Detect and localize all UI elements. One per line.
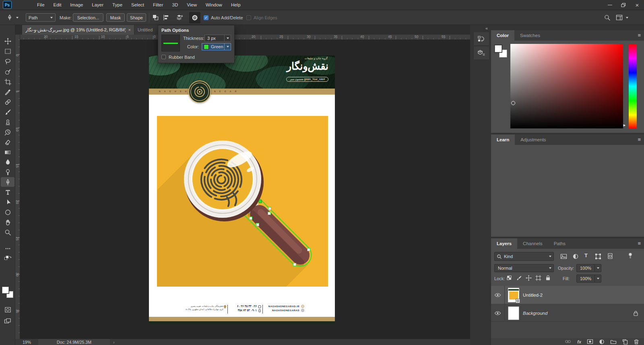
layer-filter-toggle[interactable] — [627, 252, 634, 260]
document-tab-close-icon[interactable]: × — [128, 27, 131, 32]
layer2-thumbnail[interactable] — [508, 307, 519, 320]
tool-mode-select[interactable]: Path — [26, 13, 56, 22]
menu-file[interactable]: File — [33, 0, 49, 10]
libraries-panel-button[interactable] — [474, 46, 489, 60]
layer-filter-select[interactable]: Kind — [494, 252, 554, 261]
link-layers-icon[interactable] — [565, 339, 572, 344]
dodge-tool[interactable] — [2, 167, 13, 177]
close-button[interactable]: × — [630, 0, 644, 10]
color-saturation-field[interactable] — [510, 44, 623, 128]
menu-view[interactable]: View — [182, 0, 201, 10]
tab-paths[interactable]: Paths — [548, 238, 571, 249]
menu-select[interactable]: Select — [127, 0, 149, 10]
foreground-color-swatch[interactable] — [2, 287, 9, 293]
path-selection-tool[interactable] — [2, 197, 13, 207]
opacity-field[interactable]: 100% — [576, 264, 601, 272]
quick-mask-icon[interactable] — [2, 305, 13, 314]
zoom-tool[interactable] — [2, 227, 13, 237]
menu-window[interactable]: Window — [201, 0, 227, 10]
crop-tool[interactable] — [2, 77, 13, 87]
make-mask-button[interactable]: Mask — [106, 13, 125, 22]
hand-tool[interactable] — [2, 217, 13, 227]
layer1-name[interactable]: Untitled-2 — [523, 293, 543, 297]
path-operations-icon[interactable] — [152, 14, 159, 21]
menu-3d[interactable]: 3D — [168, 0, 183, 10]
workspace-switcher-icon[interactable] — [616, 14, 624, 21]
new-group-icon[interactable] — [610, 339, 617, 344]
hue-slider-icon[interactable]: ► — [623, 123, 626, 127]
tab-adjustments[interactable]: Adjustments — [515, 134, 551, 145]
auto-add-delete-checkbox[interactable]: ✓ — [204, 15, 208, 20]
blend-mode-select[interactable]: Normal — [494, 264, 554, 272]
workspace-chevron-icon[interactable] — [626, 17, 628, 19]
rectangular-marquee-tool[interactable] — [2, 46, 13, 56]
make-selection-button[interactable]: Selection... — [73, 13, 103, 22]
path-alignment-icon[interactable] — [163, 14, 170, 21]
move-tool[interactable] — [2, 36, 13, 46]
color-select[interactable]: Green — [202, 43, 231, 50]
tab-learn[interactable]: Learn — [491, 134, 515, 145]
learn-panel-menu-icon[interactable]: ≡ — [638, 134, 641, 145]
tab-channels[interactable]: Channels — [517, 238, 548, 249]
menu-edit[interactable]: Edit — [49, 0, 66, 10]
tab-layers[interactable]: Layers — [491, 238, 517, 249]
tab-color[interactable]: Color — [491, 30, 514, 41]
make-shape-button[interactable]: Shape — [127, 13, 146, 22]
new-layer-icon[interactable] — [622, 339, 628, 345]
layers-panel-menu-icon[interactable]: ≡ — [638, 238, 641, 249]
lock-artboard-icon[interactable] — [535, 275, 541, 281]
document-poster[interactable]: گروه چاپ و تبلیغات نقش‌ونگار #green_Your… — [149, 56, 335, 324]
lock-all-icon[interactable] — [545, 275, 551, 281]
menu-layer[interactable]: Layer — [87, 0, 108, 10]
menu-filter[interactable]: Filter — [149, 0, 168, 10]
layer1-thumbnail[interactable] — [508, 288, 519, 302]
edit-toolbar-icon[interactable] — [2, 244, 13, 253]
gradient-tool[interactable] — [2, 147, 13, 157]
history-brush-tool[interactable] — [2, 127, 13, 137]
layer-row-background[interactable]: Background — [491, 305, 644, 322]
history-panel-button[interactable] — [474, 32, 489, 46]
collapse-dock-icon[interactable]: « — [485, 26, 488, 31]
tab-swatches[interactable]: Swatches — [514, 30, 546, 41]
menu-type[interactable]: Type — [108, 0, 127, 10]
brush-tool[interactable] — [2, 107, 13, 117]
quick-selection-tool[interactable] — [2, 67, 13, 76]
filter-smart-objects-icon[interactable] — [607, 253, 613, 260]
pen-tool[interactable] — [1, 177, 14, 187]
spot-healing-brush-tool[interactable] — [2, 97, 13, 107]
new-adjustment-layer-icon[interactable] — [599, 339, 605, 345]
color-panel-menu-icon[interactable]: ≡ — [638, 30, 641, 41]
search-icon[interactable] — [604, 14, 611, 21]
hue-strip[interactable] — [629, 44, 637, 128]
color-cursor[interactable] — [511, 101, 515, 105]
lock-position-icon[interactable] — [526, 275, 532, 281]
layer-style-fx-icon[interactable]: fx — [577, 339, 581, 344]
eyedropper-tool[interactable] — [2, 87, 13, 97]
pen-preset-icon[interactable] — [6, 14, 14, 21]
rubber-band-checkbox[interactable] — [161, 55, 166, 59]
status-chevron-icon[interactable]: › — [113, 340, 115, 345]
layer1-visibility-toggle[interactable] — [491, 286, 505, 304]
blur-tool[interactable] — [2, 157, 13, 167]
menu-help[interactable]: Help — [227, 0, 245, 10]
screen-mode-icon[interactable] — [2, 316, 13, 326]
clone-stamp-tool[interactable] — [2, 117, 13, 127]
thickness-select[interactable]: 3 px — [204, 35, 231, 42]
ellipse-tool[interactable] — [2, 207, 13, 217]
lasso-tool[interactable] — [2, 57, 13, 66]
layer-row-untitled2[interactable]: Untitled-2 — [491, 286, 644, 304]
eraser-tool[interactable] — [2, 137, 13, 147]
filter-pixel-layers-icon[interactable] — [560, 253, 567, 260]
default-swap-colors-icon[interactable] — [2, 253, 13, 262]
fill-field[interactable]: 100% — [576, 275, 601, 283]
document-tab-active[interactable]: سربرگ-نقش-و-نگار.jpg @ 19% (Untitled-2, … — [22, 25, 134, 35]
lock-pixels-icon[interactable] — [516, 275, 522, 281]
color-foreground-swatch[interactable] — [494, 45, 502, 53]
filter-shape-layers-icon[interactable] — [595, 253, 601, 260]
layer2-visibility-toggle[interactable] — [491, 305, 505, 321]
path-options-gear-button[interactable] — [189, 12, 200, 23]
filter-adjustment-layers-icon[interactable] — [572, 253, 579, 260]
add-mask-icon[interactable] — [587, 339, 593, 344]
delete-layer-icon[interactable] — [634, 339, 639, 345]
filter-type-layers-icon[interactable]: T — [584, 252, 588, 258]
